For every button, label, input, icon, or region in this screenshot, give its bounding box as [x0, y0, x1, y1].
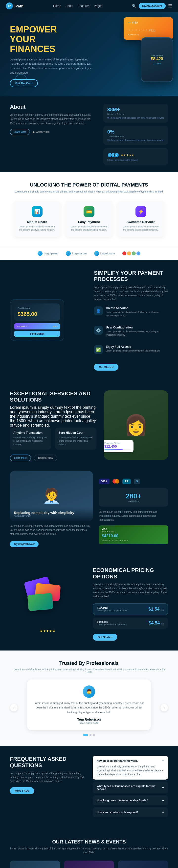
logo-1: L Logoipsum: [38, 251, 58, 256]
payment-logos: [122, 251, 140, 255]
unlocking-section: UNLOCKING THE POWER OF DIGITAL PAYMENTS …: [0, 172, 178, 247]
card-mini: Visa •••• 4521 $365: [14, 323, 60, 330]
replacing-subtitle: Powered by iPath: [14, 515, 89, 517]
logos-row: L Logoipsum L Logoipsum L Logoipsum: [0, 247, 178, 260]
nav-features[interactable]: Features: [78, 4, 89, 8]
exc-card-2: Zero Hidden Cost Lorem ipsum is simply d…: [55, 428, 97, 450]
your-balance-label: Your Balance: [102, 530, 165, 533]
about-left: About Lorem ipsum is simply dummy text o…: [10, 104, 96, 135]
faq-icon-3: +: [162, 798, 164, 802]
feature-title-2: Easy Payment: [69, 220, 109, 224]
dot-2[interactable]: [90, 734, 92, 736]
replacing-title: Replacing complexity with simplicity: [14, 511, 89, 515]
search-icon[interactable]: 🔍: [132, 4, 136, 8]
pricing-cta-button[interactable]: Get Started: [93, 634, 117, 641]
hero-phone-wrap: Total Balance $8,420 ▲ 12.5%: [104, 37, 173, 82]
news-image-3: 💰: [118, 861, 168, 868]
card-name: JOHN DOE: [128, 33, 169, 36]
exceptional-right: 👩 Payment Status $12,450: [104, 391, 168, 460]
faq-question-1: How does microfinancing work? −: [97, 759, 164, 763]
faq-item-3[interactable]: How long does it take to receive funds? …: [93, 796, 168, 805]
faq-icon-4: +: [162, 810, 164, 814]
pricing-plan-business[interactable]: Business Lorem ipsum is simply dummy $4.…: [93, 618, 168, 629]
faq-section: FREQUENTLY ASKED QUESTIONS Lorem ipsum i…: [0, 746, 178, 829]
pricing-description: Lorem ipsum is simply dummy text of the …: [93, 583, 168, 598]
mastercard-icon: [112, 479, 119, 484]
stars-label: 5 Star rating across the service: [107, 159, 164, 162]
brand-name: iPath: [14, 4, 24, 8]
watch-video-button[interactable]: Watch Video: [33, 130, 50, 133]
logo-circle-3: [132, 251, 136, 255]
card-number: **** **** **** 4521: [128, 29, 169, 32]
awesome-services-icon: ⚡: [136, 206, 146, 217]
dot-3[interactable]: [93, 734, 95, 736]
replacing-section: 🧑‍💼 Replacing complexity with simplicity…: [0, 471, 178, 557]
plan-name-1: Standard: [97, 607, 127, 609]
pricing-title: ECONOMICAL PRICING OPTIONS: [93, 567, 168, 580]
get-started-button[interactable]: Get Started: [94, 364, 118, 371]
exc-card-1: Anytime Transaction Lorem ipsum is simpl…: [10, 428, 51, 450]
unlocking-description: Lorem ipsum is simply dummy text of the …: [10, 190, 168, 194]
plan-name-2: Business: [97, 621, 127, 623]
prev-testimonial-button[interactable]: ‹: [10, 704, 18, 712]
register-now-btn[interactable]: Register Now: [34, 455, 57, 461]
nav-pages[interactable]: Pages: [94, 4, 102, 8]
logo-dot-1: L: [38, 251, 42, 256]
brand-logo[interactable]: iP iPath: [6, 2, 24, 9]
unlocking-title: UNLOCKING THE POWER OF DIGITAL PAYMENTS: [10, 182, 168, 188]
nav-home[interactable]: Home: [53, 4, 61, 8]
pricing-plan-standard[interactable]: Standard Lorem ipsum is simply dummy $1.…: [93, 603, 168, 615]
testimonial-card: 👨 Lorem ipsum is simply dummy text of th…: [27, 680, 151, 730]
hero-section: EMPOWER YOUR FINANCES Lorem Ipsum is sim…: [0, 12, 178, 96]
faq-item-2[interactable]: What types of Businesses are eligible fo…: [93, 781, 168, 794]
faq-description: Lorem ipsum is simply dummy text of the …: [10, 771, 85, 783]
float-card: Payment Status $12,450: [104, 440, 134, 452]
faq-icon-2: +: [162, 785, 164, 789]
plan-price-2: $4.54: [149, 621, 160, 625]
news-card-3: 💰 24 November 2023 The Benefits of Micro…: [118, 861, 168, 868]
man-image: 🧑‍💼 Replacing complexity with simplicity…: [10, 471, 93, 521]
dot-1[interactable]: [83, 734, 88, 736]
step-3-desc: Lorem ipsum is simply a dummy text of th…: [106, 349, 160, 353]
image-overlay: Replacing complexity with simplicity Pow…: [10, 507, 93, 521]
faq-item-4[interactable]: How can I contact with support? +: [93, 807, 168, 817]
visa-card-mini: VISA Your Balance $4210.00 5555 8241 824…: [99, 525, 168, 544]
send-money-button[interactable]: Send Money: [14, 331, 60, 337]
more-faqs-button[interactable]: More FAQs: [10, 787, 34, 794]
faq-title: FREQUENTLY ASKED QUESTIONS: [10, 756, 85, 769]
learn-more-btn[interactable]: Learn More: [10, 455, 31, 461]
plan-period-2: /mo: [161, 623, 164, 625]
brand-icons-row: VISA PP S: [99, 478, 168, 484]
next-testimonial-button[interactable]: ›: [160, 704, 168, 712]
pricing-cards-visual: ★★★★★: [10, 574, 85, 633]
nav-about[interactable]: About: [66, 4, 73, 8]
stat-label-2: Transaction Fees: [107, 135, 164, 138]
create-account-button[interactable]: Create Account: [139, 3, 166, 9]
integrations-label: Integrations: [103, 500, 164, 503]
stars-decoration: ★★★★★: [10, 629, 85, 633]
create-account-icon: 👤: [94, 306, 103, 315]
faq-item-1[interactable]: How does microfinancing work? − Lorem ip…: [93, 756, 168, 780]
integrations-box: 280+ Integrations: [99, 488, 168, 506]
step-2: ⚙️ User Configuration Lorem ipsum is sim…: [94, 326, 168, 342]
try-ipath-button[interactable]: Try iPayPath Now: [10, 541, 39, 547]
news-grid: ⌨️ 24 November 2023 Choosing a Payment G…: [10, 861, 168, 868]
exc-card-desc-2: Lorem ipsum is simply dummy text of the …: [59, 436, 93, 446]
mini-avatar-3: L: [114, 153, 119, 158]
stat-desc-2: We help payment businesses drive their b…: [107, 139, 164, 142]
float-card-num: $12,450: [104, 444, 131, 448]
stat-num-2: 0%: [107, 129, 164, 135]
hero-phone: Total Balance $8,420 ▲ 12.5%: [141, 37, 173, 82]
step-3-text: Enjoy Full Access Lorem ipsum is simply …: [106, 345, 160, 358]
feature-market-share: 📊 Market Share Lorem ipsum is simply dum…: [13, 201, 61, 237]
learn-more-button[interactable]: Learn More: [10, 129, 30, 135]
exceptional-left: EXCEPTIONAL SERVICES AND SOLUTIONS Lorem…: [10, 391, 97, 461]
feature-easy-payment: 💳 Easy Payment Lorem ipsum is simply dum…: [66, 201, 112, 237]
menu-icon[interactable]: ☰: [168, 3, 172, 9]
faq-left: FREQUENTLY ASKED QUESTIONS Lorem ipsum i…: [10, 756, 85, 819]
faq-question-4: How can I contact with support? +: [97, 810, 164, 814]
feature-desc-1: Lorem ipsum is simply dummy text of the …: [17, 225, 57, 232]
testimonial-role: CEO, Acme Corp: [33, 721, 145, 724]
feature-title-3: Awesome Services: [121, 220, 161, 224]
stat-stars: J K L ★★★★★ 5 Star rating across the ser…: [103, 148, 168, 165]
